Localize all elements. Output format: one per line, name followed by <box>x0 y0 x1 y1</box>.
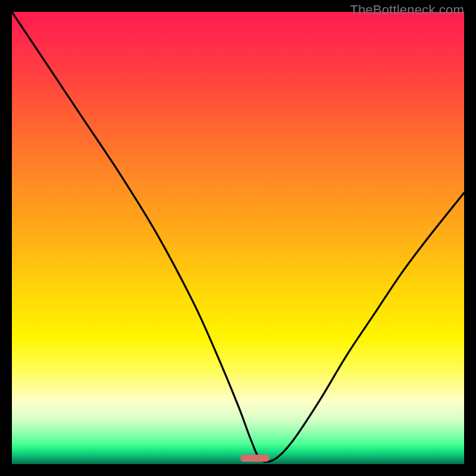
bottleneck-curve <box>12 12 464 462</box>
curve-svg <box>12 12 464 464</box>
watermark-text: TheBottleneck.com <box>350 2 464 18</box>
plot-area <box>12 12 464 464</box>
chart-frame: TheBottleneck.com <box>0 0 476 476</box>
optimal-marker <box>240 455 270 462</box>
